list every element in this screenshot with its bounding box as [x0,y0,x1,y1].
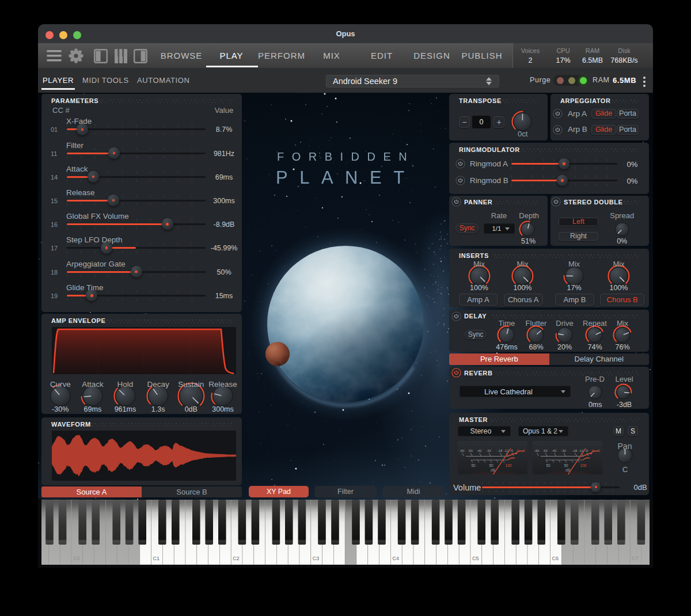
svg-text:-30: -30 [561,449,566,453]
svg-text:dB: dB [565,468,570,472]
svg-text:-60: -60 [534,449,540,453]
svg-text:C1: C1 [153,556,160,561]
svg-text:C0: C0 [73,556,80,561]
svg-text:-40: -40 [476,449,481,453]
svg-text:-60: -60 [459,449,464,453]
svg-text:-18: -18 [572,449,578,453]
svg-text:dB: dB [491,468,495,472]
svg-text:-50: -50 [468,449,473,453]
svg-text:100: 100 [505,463,511,467]
svg-text:C3: C3 [313,556,320,561]
svg-text:C5: C5 [472,556,479,561]
svg-text:C6: C6 [552,556,559,561]
svg-text:50: 50 [564,463,568,467]
svg-text:100: 100 [580,463,587,467]
svg-text:50: 50 [489,463,493,467]
svg-text:-30: -30 [486,449,491,453]
svg-text:50: 50 [471,463,476,467]
svg-text:-6: -6 [585,449,589,453]
svg-text:-50: -50 [542,449,548,453]
svg-text:C4: C4 [392,556,399,561]
svg-text:-18: -18 [497,449,502,453]
svg-text:C7: C7 [632,556,639,561]
svg-text:-40: -40 [552,449,557,453]
svg-text:C2: C2 [233,556,240,561]
svg-text:50: 50 [546,463,550,467]
svg-text:-6: -6 [510,449,513,453]
